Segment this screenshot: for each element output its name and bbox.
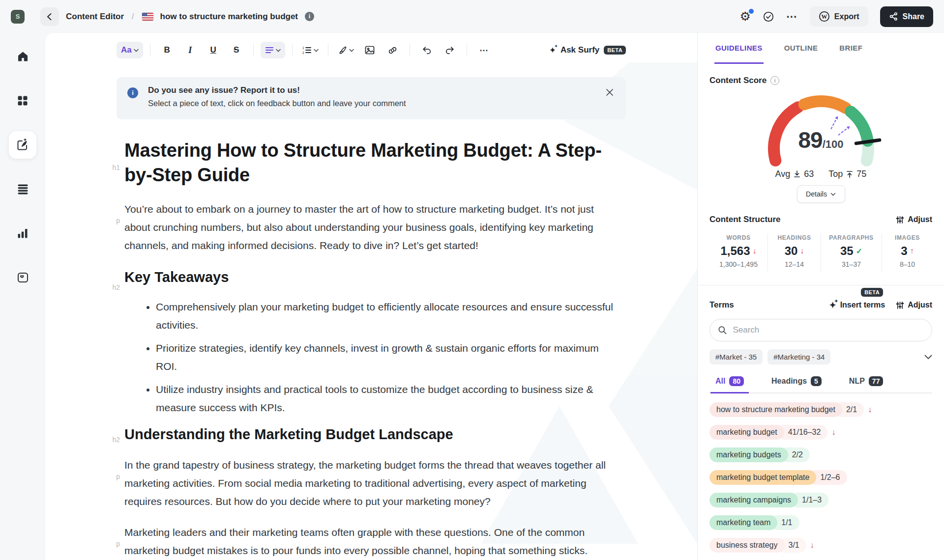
toolbar-divider [467,44,467,56]
panel-tabs: GUIDELINES OUTLINE BRIEF [709,33,932,64]
term-pill[interactable]: business strategy [709,538,785,553]
share-button[interactable]: Share [880,6,933,27]
document-paragraph[interactable]: You’re about to embark on a journey to m… [124,200,618,254]
filter-chip[interactable]: #Market - 35 [709,349,763,364]
term-pill[interactable]: marketing team [709,515,777,530]
content-score-info-icon[interactable]: i [770,76,779,85]
info-icon: i [127,87,138,98]
term-pill[interactable]: marketing budgets [709,448,788,462]
stat-range: 1,300–1,495 [709,260,767,268]
stat-value: 1,563↓ [709,244,767,258]
details-label: Details [806,190,827,198]
section-divider [698,285,944,285]
check-circle-button[interactable] [763,11,774,23]
stat-paragraphs: PARAGRAPHS35✓31–37 [821,233,882,271]
document-h1[interactable]: Mastering How to Structure Marketing Bud… [124,138,618,187]
back-button[interactable] [40,7,59,26]
editor-icon [16,139,29,151]
terms-search[interactable] [709,319,932,341]
us-flag-icon [142,13,153,21]
sidebar-item-chart[interactable] [9,220,36,247]
sidebar-item-editor[interactable] [9,131,36,159]
terms-search-input[interactable] [732,325,924,336]
details-button[interactable]: Details [797,185,845,203]
italic-button[interactable]: I [180,42,200,58]
banner-close-button[interactable] [605,88,614,97]
share-label: Share [903,12,924,21]
terms-adjust-button[interactable]: Adjust [896,301,932,309]
sliders-icon [896,301,904,309]
settings-gear-button[interactable]: ⚙ [739,10,750,23]
structure-adjust-button[interactable]: Adjust [896,215,932,224]
document-paragraph[interactable]: Marketing leaders and their marketing te… [124,523,618,560]
document-paragraph[interactable]: In the grand tapestry of business strate… [124,456,618,510]
term-pill[interactable]: marketing budget [709,425,784,440]
insert-image-button[interactable] [360,42,380,58]
document-h2[interactable]: Key Takeaways [124,268,618,286]
strikethrough-button[interactable]: S [227,42,246,58]
app-logo[interactable]: S [11,10,25,24]
stat-label: IMAGES [882,234,933,241]
document-bullet[interactable]: Comprehensively plan your marketing budg… [156,298,618,334]
check-indicator-icon: ✓ [856,247,862,256]
term-tab-label: All [715,377,725,386]
undo-button[interactable] [417,42,437,58]
document-title[interactable]: how to structure marketing budget [160,12,298,22]
formatting-toolbar: Aa B I U S 12 [111,33,632,67]
insert-link-button[interactable] [383,42,403,58]
more-options-button[interactable]: ⋯ [786,10,798,23]
score-max: /100 [823,138,844,150]
term-pill[interactable]: how to structure marketing budget [709,402,842,417]
tab-guidelines[interactable]: GUIDELINES [714,33,764,64]
insert-terms-beta-badge: BETA [861,288,883,297]
chevron-down-icon [349,49,354,52]
toolbar-divider [292,44,293,56]
ask-surfy-button[interactable]: ✦✦ Ask Surfy BETA [549,45,626,55]
numbered-list-icon: 12 [302,46,312,55]
document-info-icon[interactable]: i [305,12,314,21]
text-style-dropdown[interactable]: Aa [117,42,143,58]
workspace: Aa B I U S 12 [45,33,944,560]
top-label: Top [828,169,843,179]
sparkles-icon: ✦✦ [549,46,556,55]
content-structure-stats: WORDS1,563↓1,300–1,495HEADINGS30↓12–14PA… [709,233,932,271]
tab-brief[interactable]: BRIEF [838,33,863,64]
term-filter-chips: #Market - 35#Marketing - 34 [709,349,932,364]
insert-terms-button[interactable]: ✦✦ Insert terms [829,301,885,309]
sidebar-item-apps[interactable] [9,87,36,114]
bold-button[interactable]: B [157,42,177,58]
term-tab-count: 5 [811,376,822,386]
sidebar-item-home[interactable] [9,43,36,70]
highlight-dropdown[interactable] [335,42,356,58]
apps-icon [17,95,29,107]
term-row: marketing budget41/16–32↓ [709,424,932,441]
term-tab-all[interactable]: All80 [710,376,749,393]
alignment-dropdown[interactable] [261,42,285,58]
editor-area: Aa B I U S 12 [45,33,697,560]
beta-badge: BETA [604,46,626,55]
document-bullet[interactable]: Utilize industry insights and practical … [156,380,618,417]
term-tab-headings[interactable]: Headings5 [767,376,826,393]
redo-button[interactable] [440,42,460,58]
document-bullet[interactable]: Prioritize strategies, identify key chan… [156,339,618,375]
expand-chips-button[interactable] [924,355,932,360]
term-pill[interactable]: marketing budget template [709,470,816,485]
stat-value: 3↑ [882,244,933,258]
breadcrumb-section[interactable]: Content Editor [66,12,124,22]
tab-outline[interactable]: OUTLINE [783,33,819,64]
term-tab-nlp[interactable]: NLP77 [844,376,888,393]
toolbar-more-button[interactable]: ⋯ [474,42,494,58]
sidebar-item-audit[interactable] [9,264,36,291]
document-bullet-list[interactable]: Comprehensively plan your marketing budg… [124,298,618,417]
filter-chip[interactable]: #Marketing - 34 [767,349,830,364]
list-dropdown[interactable]: 12 [299,42,321,58]
underline-button[interactable]: U [204,42,223,58]
document-body[interactable]: h1 Mastering How to Structure Marketing … [111,138,632,560]
term-pill[interactable]: marketing campaigns [709,493,798,507]
sidebar-nav [0,33,45,560]
stat-label: HEADINGS [768,234,821,241]
document-h2[interactable]: Understanding the Marketing Budget Lands… [124,425,618,443]
export-button[interactable]: W Export [810,6,868,27]
stat-range: 8–10 [882,260,933,268]
sidebar-item-rows[interactable] [9,175,36,203]
